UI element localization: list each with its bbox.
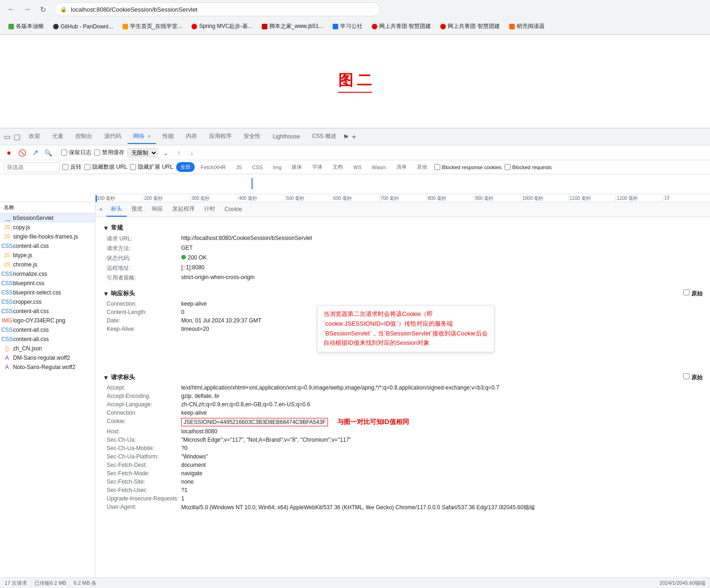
chip-all[interactable]: 全部: [176, 162, 195, 172]
chip-other[interactable]: 其他: [413, 162, 431, 172]
download-icon[interactable]: ↓: [187, 148, 197, 158]
devtools-panel-toggle-icon[interactable]: ▭: [4, 132, 11, 141]
bookmark-gongqingtuan1[interactable]: 网上共青团·智慧团建: [368, 21, 435, 32]
bookmark-github[interactable]: GitHub - PanDownl...: [49, 22, 117, 31]
upload-icon[interactable]: ↑: [174, 148, 184, 158]
chip-doc[interactable]: 文档: [328, 162, 347, 172]
file-name: blueprint.css: [13, 280, 44, 287]
bookmark-daoke[interactable]: 稻壳阅读器: [505, 21, 548, 32]
tab-elements[interactable]: 元素: [47, 130, 69, 144]
tab-welcome[interactable]: 欢迎: [23, 130, 46, 144]
tab-lighthouse[interactable]: Lighthouse: [267, 130, 306, 144]
reload-button[interactable]: ↻: [36, 3, 49, 16]
chip-js[interactable]: JS: [232, 163, 246, 171]
font-icon: A: [4, 364, 10, 370]
bookmark-各版本油猴[interactable]: 各版本油猴: [5, 21, 48, 32]
chip-media[interactable]: 媒体: [287, 162, 306, 172]
invert-checkbox[interactable]: 反转: [62, 163, 82, 171]
preserve-log-input[interactable]: [61, 150, 67, 156]
detail-close-button[interactable]: ×: [99, 206, 102, 213]
detail-tab-timing[interactable]: 计时: [199, 202, 220, 217]
disable-cache-checkbox[interactable]: 禁用缓存: [94, 149, 124, 157]
chip-css[interactable]: CSS: [248, 163, 267, 171]
file-item-blueprintcss[interactable]: CSS blueprint.css: [0, 279, 95, 288]
response-headers-original-input[interactable]: [683, 289, 690, 295]
file-item-contentallcss4[interactable]: CSS content-all.css: [0, 335, 95, 344]
flag-icon[interactable]: ⚑: [343, 133, 349, 141]
file-item-zhcnjson[interactable]: {} zh_CN.json: [0, 344, 95, 353]
forward-button[interactable]: →: [20, 3, 34, 16]
file-item-notosanswoff2[interactable]: A Noto-Sans-Regular.woff2: [0, 362, 95, 372]
detail-tab-initiator[interactable]: 发起程序: [168, 202, 199, 217]
detail-tab-preview[interactable]: 预览: [127, 202, 147, 217]
tab-css-overview[interactable]: CSS 概述: [307, 130, 342, 144]
file-item-chromejs[interactable]: JS chrome.js: [0, 260, 95, 269]
tab-network-close-icon[interactable]: ×: [148, 134, 150, 139]
tab-network[interactable]: 网络 ×: [128, 130, 156, 144]
add-tab-icon[interactable]: +: [352, 133, 356, 141]
file-item-contentallcss2[interactable]: CSS content-all.css: [0, 307, 95, 316]
file-item-btypejs[interactable]: JS btype.js: [0, 251, 95, 260]
bookmark-xuexigongse[interactable]: 学习公社: [329, 21, 366, 32]
file-item-dmsanswoff2[interactable]: A DM-Sans-regular.woff2: [0, 353, 95, 362]
file-item-croppercss[interactable]: CSS cropper.css: [0, 297, 95, 307]
devtools-inspect-icon[interactable]: ▢: [14, 132, 20, 141]
url-input[interactable]: [71, 6, 374, 13]
fetch-icon[interactable]: ↗: [30, 148, 40, 158]
hide-ext-url-checkbox[interactable]: 隐藏扩展 URL: [130, 163, 173, 171]
detail-tab-headers[interactable]: 标头: [106, 202, 127, 217]
hide-data-url-input[interactable]: [84, 164, 90, 170]
chip-img[interactable]: Img: [269, 163, 286, 171]
request-headers-original-input[interactable]: [683, 373, 690, 379]
general-section-header[interactable]: ▼ 常规: [103, 221, 703, 234]
search-button[interactable]: 🔍: [43, 148, 53, 158]
response-headers-section-header[interactable]: ▼ 响应标头 原始: [103, 287, 703, 300]
file-item-singlefile[interactable]: JS single-file-hooks-frames.js: [0, 232, 95, 241]
page-content: 图 二: [0, 35, 710, 128]
blocked-requests-input[interactable]: [505, 164, 511, 170]
tab-performance[interactable]: 性能: [157, 130, 179, 144]
address-bar[interactable]: 🔒: [54, 2, 380, 16]
file-item-logo[interactable]: IMG logo-OYJ34ERC.png: [0, 316, 95, 325]
tab-security[interactable]: 安全性: [238, 130, 266, 144]
clear-button[interactable]: 🚫: [17, 148, 27, 158]
detail-tab-response[interactable]: 响应: [147, 202, 168, 217]
tab-console[interactable]: 控制台: [70, 130, 98, 144]
tab-application[interactable]: 应用程序: [204, 130, 237, 144]
chip-wasm[interactable]: Wasm: [368, 163, 390, 171]
file-item-blueprintselectcss[interactable]: CSS blueprint-select.css: [0, 288, 95, 297]
hide-ext-url-input[interactable]: [130, 164, 136, 170]
file-item-copyjs[interactable]: JS copy.js: [0, 223, 95, 232]
tab-memory[interactable]: 内存: [180, 130, 203, 144]
bookmark-spring[interactable]: Spring MVC起步-基...: [188, 21, 256, 32]
file-item-normalizecss[interactable]: CSS normalize.css: [0, 269, 95, 279]
bookmark-jb51[interactable]: 脚本之家_www.jb51...: [258, 21, 327, 32]
chip-fetch-xhr[interactable]: Fetch/XHR: [197, 163, 230, 171]
detail-tab-cookie[interactable]: Cookie: [220, 203, 246, 216]
filter-input[interactable]: [4, 162, 60, 172]
request-headers-section-header[interactable]: ▼ 请求标头 原始: [103, 370, 703, 383]
wifi-icon[interactable]: ⌄: [161, 148, 171, 158]
file-item-css1[interactable]: CSS content-all.css: [0, 241, 95, 251]
hide-data-url-checkbox[interactable]: 隐藏数据 URL: [84, 163, 127, 171]
chip-manifest[interactable]: 清单: [392, 162, 411, 172]
chip-font[interactable]: 字体: [308, 162, 327, 172]
invert-input[interactable]: [62, 164, 68, 170]
blocked-cookies-input[interactable]: [434, 164, 440, 170]
preserve-log-checkbox[interactable]: 保留日志: [61, 149, 91, 157]
back-button[interactable]: ←: [5, 3, 18, 16]
bookmark-label: GitHub - PanDownl...: [61, 23, 113, 30]
tab-sources[interactable]: 源代码: [99, 130, 127, 144]
blocked-cookies-checkbox[interactable]: Blocked response cookies: [434, 164, 502, 170]
chip-ws[interactable]: WS: [349, 163, 366, 171]
file-item-bsessionservlet[interactable]: 📃 bSessionServlet: [0, 213, 95, 223]
disable-cache-input[interactable]: [94, 150, 100, 156]
bookmark-student[interactable]: 学生首页_在线学堂...: [119, 21, 186, 32]
response-headers-original-checkbox[interactable]: 原始: [683, 289, 703, 298]
record-button[interactable]: ●: [4, 148, 14, 158]
blocked-requests-checkbox[interactable]: Blocked requests: [505, 164, 552, 170]
file-item-contentallcss3[interactable]: CSS content-all.css: [0, 325, 95, 335]
bookmark-gongqingtuan2[interactable]: 网上共青团·智慧团建: [437, 21, 503, 32]
throttle-select[interactable]: 无限制: [127, 148, 158, 157]
request-headers-original-checkbox[interactable]: 原始: [683, 373, 703, 382]
